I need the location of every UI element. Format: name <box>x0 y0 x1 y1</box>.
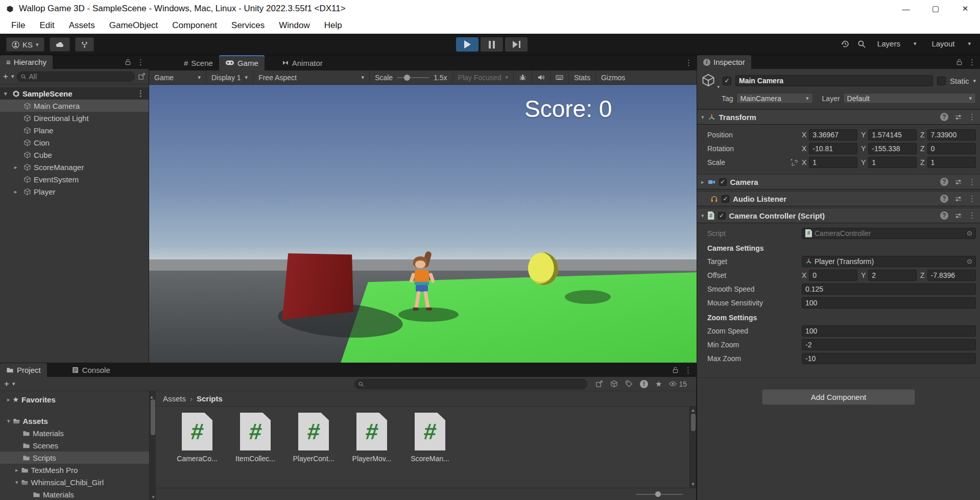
lock-icon[interactable] <box>124 58 132 66</box>
kebab-menu-icon[interactable]: ⋮ <box>137 89 145 98</box>
scrollbar-thumb[interactable] <box>691 414 696 431</box>
lock-icon[interactable] <box>955 58 963 66</box>
hierarchy-item-plane[interactable]: Plane <box>0 124 149 136</box>
hierarchy-item-eventsystem[interactable]: EventSystem <box>0 173 149 185</box>
menu-component[interactable]: Component <box>165 17 224 34</box>
camera-controller-component-header[interactable]: ▾ # ✓ Camera Controller (Script) ? ⋮ <box>697 208 980 223</box>
scene-row[interactable]: ▾ SampleScene ⋮ <box>0 87 149 100</box>
layer-dropdown[interactable]: Default ▾ <box>843 93 976 104</box>
scale-x-field[interactable] <box>809 157 857 168</box>
scale-slider[interactable] <box>397 77 429 78</box>
position-z-field[interactable] <box>927 129 976 140</box>
kebab-menu-icon[interactable]: ⋮ <box>137 58 145 67</box>
scroll-up-icon[interactable]: ▲ <box>150 395 154 399</box>
tab-hierarchy[interactable]: ≡ Hierarchy <box>0 55 53 69</box>
foldout-closed-icon[interactable]: ▸ <box>701 179 704 185</box>
game-mode-dropdown[interactable]: Game ▾ <box>149 70 206 84</box>
version-control-button[interactable] <box>75 37 94 52</box>
account-button[interactable]: KS ▾ <box>6 37 44 52</box>
pause-button[interactable] <box>481 37 503 52</box>
position-y-field[interactable] <box>868 129 917 140</box>
hierarchy-item-player[interactable]: ▸ Player <box>0 185 149 198</box>
menu-gameobject[interactable]: GameObject <box>102 17 165 34</box>
target-object-field[interactable]: Player (Transform) ⊙ <box>802 256 976 267</box>
scroll-up-icon[interactable]: ▲ <box>691 408 696 413</box>
game-viewport[interactable]: Score: 0 <box>149 85 697 363</box>
hierarchy-item-directional-light[interactable]: Directional Light <box>0 112 149 124</box>
scale-slider-knob[interactable] <box>404 75 410 81</box>
menu-services[interactable]: Services <box>224 17 272 34</box>
tree-item-scenes[interactable]: Scenes <box>0 439 149 451</box>
play-button[interactable] <box>456 37 479 52</box>
tree-item-assets[interactable]: ▾ Assets <box>0 415 149 427</box>
tree-item-materials-nested[interactable]: Materials <box>0 488 149 500</box>
chevron-down-icon[interactable]: ▾ <box>12 380 15 387</box>
asset-grid-scrollbar[interactable]: ▲ ▼ <box>689 407 696 488</box>
tab-game[interactable]: Game <box>219 55 265 70</box>
tree-item-scripts[interactable]: Scripts <box>0 451 149 464</box>
add-gameobject-button[interactable]: + <box>3 72 8 82</box>
rotation-x-field[interactable] <box>809 143 857 154</box>
tree-item-textmesh-pro[interactable]: ▸ TextMesh Pro <box>0 464 149 476</box>
asset-scoremanager-script[interactable]: # ScoreMan... <box>408 413 452 488</box>
breadcrumb-root[interactable]: Assets <box>163 394 186 403</box>
maximize-button[interactable]: ▢ <box>921 0 950 17</box>
tag-dropdown[interactable]: MainCamera ▾ <box>736 93 813 104</box>
kebab-menu-icon[interactable]: ⋮ <box>968 177 976 186</box>
menu-file[interactable]: File <box>4 17 32 34</box>
hierarchy-item-main-camera[interactable]: Main Camera <box>0 100 149 112</box>
tab-project[interactable]: Project <box>0 363 47 377</box>
rotation-y-field[interactable] <box>868 143 917 154</box>
foldout-open-icon[interactable]: ▾ <box>4 90 7 97</box>
foldout-open-icon[interactable]: ▾ <box>7 418 10 424</box>
layout-dropdown[interactable]: Layout ▾ <box>927 37 975 50</box>
cloud-button[interactable] <box>50 37 70 52</box>
camera-enabled-checkbox[interactable]: ✓ <box>719 178 727 186</box>
label-tag-icon[interactable] <box>625 380 633 388</box>
menu-window[interactable]: Window <box>272 17 317 34</box>
kebab-menu-icon[interactable]: ⋮ <box>968 58 976 67</box>
help-icon[interactable]: ? <box>940 178 948 186</box>
foldout-closed-icon[interactable]: ▸ <box>14 188 17 195</box>
help-icon[interactable]: ? <box>940 195 948 203</box>
play-focused-dropdown[interactable]: Play Focused ▾ <box>453 70 514 84</box>
tree-item-materials[interactable]: Materials <box>0 427 149 439</box>
thumbnail-size-slider[interactable] <box>636 494 683 495</box>
hierarchy-item-cion[interactable]: Cion <box>0 136 149 149</box>
chevron-down-icon[interactable]: ▾ <box>973 78 976 84</box>
create-asset-button[interactable]: + <box>4 379 9 389</box>
offset-x-field[interactable] <box>809 270 857 281</box>
tab-animator[interactable]: Animator <box>276 55 329 70</box>
hierarchy-search-input[interactable]: All <box>17 72 135 82</box>
hierarchy-item-scoremanager[interactable]: ▸ ScoreManager <box>0 161 149 173</box>
keyboard-shortcuts-toggle[interactable] <box>551 70 569 84</box>
scroll-down-icon[interactable]: ▼ <box>691 482 696 487</box>
asset-playermovement-script[interactable]: # PlayerMov... <box>350 413 394 488</box>
offset-y-field[interactable] <box>868 270 917 281</box>
minimize-button[interactable]: — <box>891 0 921 17</box>
search-icon[interactable] <box>857 39 866 49</box>
picker-icon[interactable] <box>595 380 603 388</box>
asset-itemcollector-script[interactable]: # ItemCollec... <box>233 413 277 488</box>
menu-help[interactable]: Help <box>317 17 349 34</box>
active-checkbox[interactable]: ✓ <box>723 77 731 85</box>
tab-inspector[interactable]: i Inspector <box>697 55 751 69</box>
scroll-down-icon[interactable]: ▼ <box>151 495 155 499</box>
foldout-closed-icon[interactable]: ▸ <box>15 467 18 473</box>
foldout-open-icon[interactable]: ▾ <box>701 114 704 121</box>
undo-history-icon[interactable] <box>841 39 850 49</box>
foldout-open-icon[interactable]: ▾ <box>701 212 704 219</box>
asset-playercontroller-script[interactable]: # PlayerCont... <box>292 413 336 488</box>
slider-knob[interactable] <box>655 491 661 497</box>
kebab-menu-icon[interactable]: ⋮ <box>685 58 692 67</box>
scrollbar-thumb[interactable] <box>151 399 155 435</box>
object-picker-icon[interactable]: ⊙ <box>967 229 972 237</box>
display-dropdown[interactable]: Display 1 ▾ <box>206 70 253 84</box>
position-x-field[interactable] <box>809 129 857 140</box>
aspect-dropdown[interactable]: Free Aspect ▾ <box>253 70 370 84</box>
tree-item-favorites[interactable]: ▸ ★ Favorites <box>0 393 149 406</box>
foldout-open-icon[interactable]: ▾ <box>15 479 18 486</box>
layers-dropdown[interactable]: Layers ▾ <box>873 37 921 50</box>
smooth-speed-field[interactable] <box>802 283 976 295</box>
stats-toggle[interactable]: Stats <box>569 70 596 84</box>
